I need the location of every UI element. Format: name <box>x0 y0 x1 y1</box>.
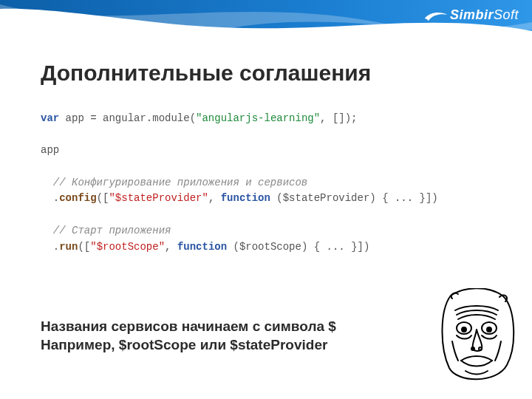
code-text: , <box>208 192 221 204</box>
caption: Названия сервисов начинаем с символа $ Н… <box>41 317 336 355</box>
caption-line2: Например, $rootScope или $stateProvider <box>41 335 336 355</box>
code-keyword: function <box>177 241 227 253</box>
code-string: "$rootScope" <box>90 241 165 253</box>
slide-title: Дополнительные соглашения <box>41 61 371 86</box>
caption-line1: Названия сервисов начинаем с символа $ <box>41 317 336 336</box>
code-string: "angularjs-learning" <box>196 112 320 124</box>
code-text: , <box>165 241 177 253</box>
slide: SimbirSoft Дополнительные соглашения var… <box>0 0 532 399</box>
code-text: . <box>41 241 59 253</box>
code-method: run <box>59 241 78 253</box>
code-text: app <box>41 144 59 156</box>
code-text: . <box>41 192 59 204</box>
code-text: ($rootScope) { ... }]) <box>227 241 369 253</box>
code-keyword: var <box>41 112 59 124</box>
brand-name-bold: Simbir <box>450 7 494 22</box>
code-block: var app = angular.module("angularjs-lear… <box>41 111 491 255</box>
svg-point-3 <box>487 327 491 332</box>
code-comment: // Старт приложения <box>41 225 171 236</box>
meme-face-icon <box>436 288 517 384</box>
logo-swoosh-icon <box>423 10 449 21</box>
brand-logo: SimbirSoft <box>423 7 519 23</box>
code-comment: // Конфигурирование приложения и сервисо… <box>41 177 307 188</box>
code-text: ($stateProvider) { ... }]) <box>270 192 438 204</box>
code-text: ([ <box>97 192 109 204</box>
brand-name-light: Soft <box>494 7 519 22</box>
code-keyword: function <box>221 192 270 204</box>
code-text: ([ <box>78 241 90 253</box>
code-string: "$stateProvider" <box>109 192 208 204</box>
code-text: , []); <box>320 112 357 124</box>
svg-point-2 <box>462 327 466 332</box>
code-method: config <box>59 192 96 204</box>
code-text: app = angular.module( <box>59 112 196 124</box>
